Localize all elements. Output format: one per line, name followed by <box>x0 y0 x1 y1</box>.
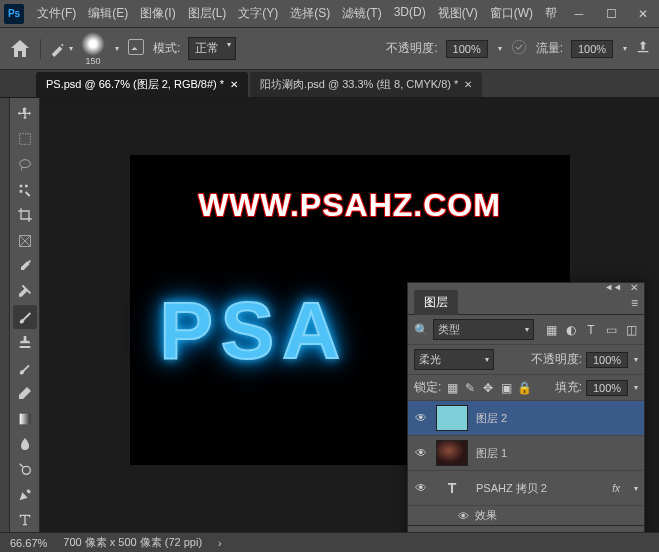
layers-list: 👁 图层 2 👁 图层 1 👁 T PSAHZ 拷贝 2 fx ▾ 👁 效果 <box>408 401 644 525</box>
lock-pixels-icon[interactable]: ▦ <box>445 381 459 395</box>
layer-thumbnail[interactable]: T <box>436 475 468 501</box>
layer-row[interactable]: 👁 图层 1 <box>408 436 644 471</box>
lock-artboard-icon[interactable]: ▣ <box>499 381 513 395</box>
pressure-opacity-icon[interactable] <box>510 38 528 59</box>
panel-tabs: 图层 ≡ <box>408 291 644 315</box>
lock-fill-row: 锁定: ▦ ✎ ✥ ▣ 🔒 填充: 100% ▾ <box>408 375 644 401</box>
fx-badge[interactable]: fx <box>612 483 620 494</box>
close-button[interactable]: ✕ <box>631 4 655 24</box>
gradient-tool[interactable] <box>13 407 37 430</box>
tab-inactive[interactable]: 阳坊涮肉.psd @ 33.3% (组 8, CMYK/8) *✕ <box>250 72 482 97</box>
tool-preset-icon[interactable]: ▾ <box>49 41 73 57</box>
fill-input[interactable]: 100% <box>586 380 628 396</box>
lock-all-icon[interactable]: 🔒 <box>517 381 531 395</box>
layer-thumbnail[interactable] <box>436 440 468 466</box>
menu-image[interactable]: 图像(I) <box>135 2 180 25</box>
brush-tool[interactable] <box>13 305 37 328</box>
filter-image-icon[interactable]: ▦ <box>544 323 558 337</box>
layer-row[interactable]: 👁 T PSAHZ 拷贝 2 fx ▾ <box>408 471 644 506</box>
status-menu-icon[interactable]: › <box>218 537 222 549</box>
visibility-icon[interactable]: 👁 <box>414 446 428 460</box>
menu-layer[interactable]: 图层(L) <box>183 2 232 25</box>
filter-text-icon[interactable]: T <box>584 323 598 337</box>
type-tool[interactable] <box>13 509 37 532</box>
lock-brush-icon[interactable]: ✎ <box>463 381 477 395</box>
eraser-tool[interactable] <box>13 381 37 404</box>
filter-shape-icon[interactable]: ▭ <box>604 323 618 337</box>
layer-name[interactable]: 图层 2 <box>476 411 638 426</box>
chevron-down-icon[interactable]: ▾ <box>634 383 638 392</box>
minimize-button[interactable]: ─ <box>567 4 591 24</box>
layer-name[interactable]: PSAHZ 拷贝 2 <box>476 481 604 496</box>
chevron-down-icon[interactable]: ▾ <box>634 355 638 364</box>
layer-row[interactable]: 👁 图层 2 <box>408 401 644 436</box>
chevron-down-icon[interactable]: ▾ <box>498 44 502 53</box>
close-icon[interactable]: ✕ <box>630 282 638 293</box>
dodge-tool[interactable] <box>13 458 37 481</box>
collapse-icon[interactable]: ◄◄ <box>604 282 622 292</box>
blend-mode-select[interactable]: 正常▾ <box>188 37 236 60</box>
collapsed-palette[interactable] <box>0 98 10 532</box>
magic-wand-tool[interactable] <box>13 178 37 201</box>
chevron-down-icon[interactable]: ▾ <box>634 484 638 493</box>
menu-edit[interactable]: 编辑(E) <box>83 2 133 25</box>
visibility-icon[interactable]: 👁 <box>414 481 428 495</box>
menu-view[interactable]: 视图(V) <box>433 2 483 25</box>
share-icon[interactable] <box>635 39 651 58</box>
menu-file[interactable]: 文件(F) <box>32 2 81 25</box>
menu-3d[interactable]: 3D(D) <box>389 2 431 25</box>
visibility-icon[interactable]: 👁 <box>458 510 469 522</box>
effects-row[interactable]: 👁 效果 <box>408 506 644 525</box>
document-dimensions[interactable]: 700 像素 x 500 像素 (72 ppi) <box>63 535 202 550</box>
eyedropper-tool[interactable] <box>13 254 37 277</box>
close-icon[interactable]: ✕ <box>230 79 238 90</box>
stamp-tool[interactable] <box>13 331 37 354</box>
lasso-tool[interactable] <box>13 153 37 176</box>
layer-blend-select[interactable]: 柔光▾ <box>414 349 494 370</box>
filter-adjust-icon[interactable]: ◐ <box>564 323 578 337</box>
search-icon[interactable]: 🔍 <box>414 323 429 337</box>
opacity-input[interactable]: 100% <box>446 40 488 58</box>
visibility-icon[interactable]: 👁 <box>414 411 428 425</box>
chevron-down-icon[interactable]: ▾ <box>115 44 119 53</box>
menu-filter[interactable]: 滤镜(T) <box>337 2 386 25</box>
layer-filter-row: 🔍 类型▾ ▦ ◐ T ▭ ◫ <box>408 315 644 345</box>
filter-type-select[interactable]: 类型▾ <box>433 319 534 340</box>
menu-help[interactable]: 帮 <box>540 2 562 25</box>
layer-name[interactable]: 图层 1 <box>476 446 638 461</box>
filter-smart-icon[interactable]: ◫ <box>624 323 638 337</box>
history-brush-tool[interactable] <box>13 356 37 379</box>
brush-panel-icon[interactable] <box>127 38 145 59</box>
crop-tool[interactable] <box>13 204 37 227</box>
move-tool[interactable] <box>13 102 37 125</box>
layer-opacity-input[interactable]: 100% <box>586 352 628 368</box>
menu-text[interactable]: 文字(Y) <box>233 2 283 25</box>
layer-thumbnail[interactable] <box>436 405 468 431</box>
blur-tool[interactable] <box>13 432 37 455</box>
maximize-button[interactable]: ☐ <box>599 4 623 24</box>
flow-input[interactable]: 100% <box>571 40 613 58</box>
layers-tab[interactable]: 图层 <box>414 290 458 315</box>
marquee-tool[interactable] <box>13 127 37 150</box>
menu-select[interactable]: 选择(S) <box>285 2 335 25</box>
healing-tool[interactable] <box>13 280 37 303</box>
svg-rect-2 <box>19 134 30 145</box>
chevron-down-icon[interactable]: ▾ <box>623 44 627 53</box>
home-icon[interactable] <box>8 37 32 61</box>
layer-opacity-label: 不透明度: <box>531 351 582 368</box>
options-bar: ▾ 150 ▾ 模式: 正常▾ 不透明度: 100% ▾ 流量: 100% ▾ <box>0 28 659 70</box>
main-artwork-text: PSA <box>160 285 349 377</box>
lock-position-icon[interactable]: ✥ <box>481 381 495 395</box>
mode-label: 模式: <box>153 40 180 57</box>
tab-active[interactable]: PS.psd @ 66.7% (图层 2, RGB/8#) *✕ <box>36 72 248 97</box>
close-icon[interactable]: ✕ <box>464 79 472 90</box>
brush-preview[interactable]: 150 <box>81 32 105 66</box>
menu-window[interactable]: 窗口(W) <box>485 2 538 25</box>
pen-tool[interactable] <box>13 483 37 506</box>
panel-menu-icon[interactable]: ≡ <box>631 296 638 310</box>
status-bar: 66.67% 700 像素 x 500 像素 (72 ppi) › <box>0 532 659 552</box>
zoom-level[interactable]: 66.67% <box>10 537 47 549</box>
frame-tool[interactable] <box>13 229 37 252</box>
lock-label: 锁定: <box>414 379 441 396</box>
fill-label: 填充: <box>555 379 582 396</box>
